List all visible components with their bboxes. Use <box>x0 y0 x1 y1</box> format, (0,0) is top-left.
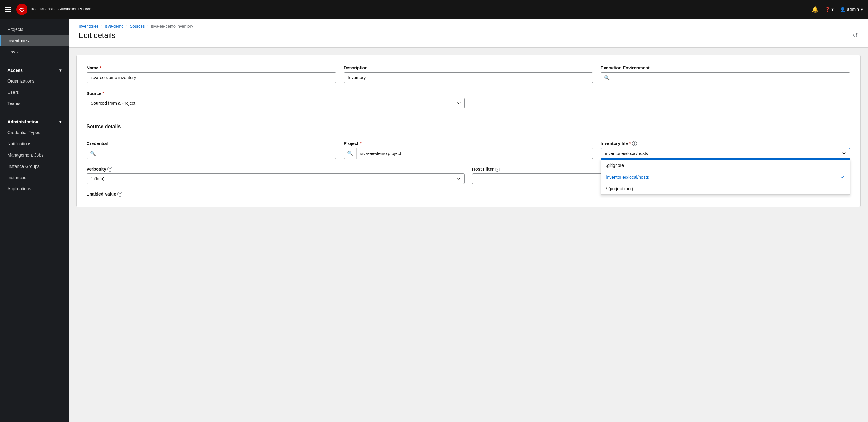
layout: Projects Inventories Hosts Access ▾ Orga… <box>0 19 868 422</box>
help-chevron: ▾ <box>832 7 834 12</box>
user-chevron: ▾ <box>861 7 863 12</box>
divider-1 <box>0 60 69 60</box>
credential-field: 🔍 <box>87 148 336 159</box>
project-field: 🔍 <box>344 148 593 159</box>
breadcrumb: Inventories › isva-demo › Sources › isva… <box>79 24 858 28</box>
verbosity-select[interactable]: 0 (Warning) 1 (Info) 2 (Debug) <box>87 174 465 184</box>
username: admin <box>847 7 859 12</box>
divider-2 <box>0 112 69 112</box>
form-row-source: Source * Sourced from a Project Amazon E… <box>87 91 850 109</box>
notifications-icon[interactable]: 🔔 <box>812 6 818 13</box>
inventory-file-group: Inventory file * ? .gitignore inventorie… <box>600 141 850 159</box>
dropdown-item-label: / (project root) <box>606 186 633 191</box>
sidebar-item-organizations[interactable]: Organizations <box>0 76 69 87</box>
breadcrumb-sep-3: › <box>147 24 148 28</box>
name-input[interactable] <box>87 72 336 83</box>
help-icon: ❓ <box>825 7 830 12</box>
execution-env-input[interactable] <box>613 73 850 83</box>
section-access[interactable]: Access ▾ <box>0 63 69 76</box>
execution-env-field: 🔍 <box>600 72 850 84</box>
page-title-row: Edit details ↺ <box>79 31 858 40</box>
breadcrumb-current: isva-ee-demo inventory <box>151 24 193 28</box>
project-search-button[interactable]: 🔍 <box>344 148 356 159</box>
source-details-title: Source details <box>87 124 850 133</box>
sidebar-item-instance-groups[interactable]: Instance Groups <box>0 161 69 172</box>
section-administration-label: Administration <box>7 119 38 124</box>
help-menu[interactable]: ❓ ▾ <box>825 7 834 12</box>
sidebar-item-teams[interactable]: Teams <box>0 98 69 109</box>
svg-point-0 <box>16 4 28 15</box>
execution-env-group: Execution Environment 🔍 <box>600 65 850 84</box>
section-administration[interactable]: Administration ▾ <box>0 114 69 127</box>
credential-search-button[interactable]: 🔍 <box>87 148 99 159</box>
dropdown-item-project-root[interactable]: / (project root) <box>601 183 850 194</box>
main-content: Inventories › isva-demo › Sources › isva… <box>69 19 868 422</box>
topnav: Red Hat Ansible Automation Platform 🔔 ❓ … <box>0 0 868 19</box>
credential-group: Credential 🔍 <box>87 141 336 159</box>
host-filter-help-icon[interactable]: ? <box>495 167 500 172</box>
redhat-logo <box>16 4 28 15</box>
brand-text: Red Hat Ansible Automation Platform <box>31 7 92 12</box>
section-access-label: Access <box>7 68 23 73</box>
name-label: Name * <box>87 65 336 70</box>
sidebar-item-inventories[interactable]: Inventories <box>0 35 69 46</box>
brand: Red Hat Ansible Automation Platform <box>16 4 812 15</box>
sidebar-item-management-jobs[interactable]: Management Jobs <box>0 149 69 161</box>
verbosity-help-icon[interactable]: ? <box>107 167 113 172</box>
enabled-value-help-icon[interactable]: ? <box>118 192 122 197</box>
project-label: Project * <box>344 141 593 146</box>
source-required: * <box>102 91 104 96</box>
access-chevron: ▾ <box>59 68 61 72</box>
sidebar-item-instances[interactable]: Instances <box>0 172 69 183</box>
sidebar-item-notifications[interactable]: Notifications <box>0 138 69 149</box>
name-group: Name * <box>87 65 336 84</box>
execution-env-search-button[interactable]: 🔍 <box>601 72 613 83</box>
enabled-value-label: Enabled Value ? <box>87 192 122 197</box>
project-group: Project * 🔍 <box>344 141 593 159</box>
sidebar-item-projects[interactable]: Projects <box>0 24 69 35</box>
project-input[interactable] <box>356 149 593 158</box>
source-select[interactable]: Sourced from a Project Amazon EC2 Google… <box>87 98 465 109</box>
form-row-1: Name * Description Execution Environment… <box>87 65 850 84</box>
form-divider <box>87 116 850 116</box>
user-icon: 👤 <box>840 7 845 12</box>
dropdown-item-label: .gitignore <box>606 163 624 168</box>
credential-label: Credential <box>87 141 336 146</box>
dropdown-check-icon: ✓ <box>841 174 845 180</box>
dropdown-item-label: inventories/local/hosts <box>606 175 649 180</box>
user-menu[interactable]: 👤 admin ▾ <box>840 7 863 12</box>
description-label: Description <box>344 65 593 70</box>
sidebar-item-hosts[interactable]: Hosts <box>0 46 69 58</box>
inventory-file-select[interactable]: .gitignore inventories/local/hosts / (pr… <box>600 148 850 159</box>
page-title: Edit details <box>79 31 115 40</box>
project-required: * <box>360 141 361 146</box>
verbosity-label: Verbosity ? <box>87 167 465 172</box>
sidebar-item-credential-types[interactable]: Credential Types <box>0 127 69 138</box>
sidebar-item-applications[interactable]: Applications <box>0 183 69 194</box>
name-required: * <box>100 65 101 70</box>
dropdown-item-local-hosts[interactable]: inventories/local/hosts ✓ <box>601 171 850 183</box>
verbosity-group: Verbosity ? 0 (Warning) 1 (Info) 2 (Debu… <box>87 167 465 184</box>
credential-input[interactable] <box>99 149 336 158</box>
dropdown-item-gitignore[interactable]: .gitignore <box>601 160 850 171</box>
page-header: Inventories › isva-demo › Sources › isva… <box>69 19 868 48</box>
history-button[interactable]: ↺ <box>853 32 858 39</box>
breadcrumb-isva-demo[interactable]: isva-demo <box>105 24 124 28</box>
inventory-file-dropdown: .gitignore inventories/local/hosts ✓ / (… <box>600 159 850 195</box>
breadcrumb-sources[interactable]: Sources <box>130 24 145 28</box>
execution-env-label: Execution Environment <box>600 65 850 70</box>
form-section: Name * Description Execution Environment… <box>76 55 861 207</box>
topnav-right: 🔔 ❓ ▾ 👤 admin ▾ <box>812 6 863 13</box>
hamburger-menu[interactable] <box>5 7 11 11</box>
inventory-file-label: Inventory file * ? <box>600 141 850 146</box>
description-input[interactable] <box>344 72 593 83</box>
inventory-file-required: * <box>629 141 630 146</box>
breadcrumb-sep-2: › <box>126 24 127 28</box>
source-group: Source * Sourced from a Project Amazon E… <box>87 91 465 109</box>
description-group: Description <box>344 65 593 84</box>
sidebar-item-users[interactable]: Users <box>0 87 69 98</box>
breadcrumb-inventories[interactable]: Inventories <box>79 24 99 28</box>
inventory-file-help-icon[interactable]: ? <box>632 141 637 146</box>
source-label: Source * <box>87 91 465 96</box>
breadcrumb-sep-1: › <box>101 24 102 28</box>
